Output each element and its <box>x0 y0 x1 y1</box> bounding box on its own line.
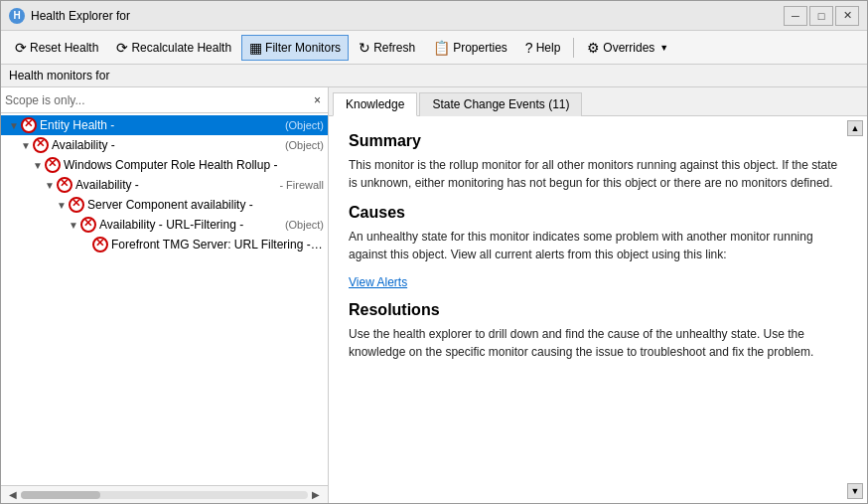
toolbar-separator <box>573 38 574 58</box>
help-button[interactable]: ? Help <box>517 35 568 61</box>
reset-health-icon: ⟳ <box>15 40 27 56</box>
title-bar-left: H Health Explorer for <box>9 8 130 24</box>
overrides-button[interactable]: ⚙ Overrides ▼ <box>579 35 676 61</box>
tree-right-availability-2: - Firewall <box>279 179 324 191</box>
tree-label-forefront: Forefront TMG Server: URL Filtering - Se… <box>111 238 324 252</box>
main-area: Scope is only... × ▼ Entity Health - (Ob… <box>1 87 867 503</box>
tree-item-entity-health[interactable]: ▼ Entity Health - (Object) <box>1 115 328 135</box>
reset-health-button[interactable]: ⟳ Reset Health <box>7 35 106 61</box>
scroll-right-arrow[interactable]: ▶ <box>308 489 324 500</box>
tree-right-availability-1: (Object) <box>285 139 324 151</box>
scrollbar-track[interactable] <box>21 491 308 499</box>
left-panel: Scope is only... × ▼ Entity Health - (Ob… <box>1 87 329 503</box>
recalculate-health-button[interactable]: ⟳ Recalculate Health <box>108 35 239 61</box>
maximize-button[interactable]: □ <box>809 6 833 26</box>
tab-state-change-events[interactable]: State Change Events (11) <box>419 92 582 116</box>
tree-toggle-2[interactable]: ▼ <box>33 160 45 171</box>
scroll-up-button[interactable]: ▲ <box>847 120 863 136</box>
reset-health-label: Reset Health <box>30 41 98 55</box>
tab-knowledge-label: Knowledge <box>346 97 404 111</box>
health-monitors-label: Health monitors for <box>1 65 867 87</box>
refresh-label: Refresh <box>373 41 415 55</box>
tree-label-availability-2: Availability - <box>75 178 275 192</box>
tab-state-change-label: State Change Events (11) <box>432 97 569 111</box>
tree-label-availability-url: Availability - URL-Filtering - <box>99 218 281 232</box>
tree-item-availability-1[interactable]: ▼ Availability - (Object) <box>1 135 328 155</box>
close-button[interactable]: ✕ <box>835 6 859 26</box>
tree-toggle-3[interactable]: ▼ <box>45 180 57 191</box>
tree-item-windows-computer[interactable]: ▼ Windows Computer Role Health Rollup - <box>1 155 328 175</box>
overrides-dropdown-icon: ▼ <box>659 43 668 53</box>
help-icon: ? <box>525 40 533 56</box>
properties-label: Properties <box>453 41 507 55</box>
content-area[interactable]: ▲ Summary This monitor is the rollup mon… <box>329 116 867 503</box>
scroll-down-button[interactable]: ▼ <box>847 483 863 499</box>
recalculate-icon: ⟳ <box>116 40 128 56</box>
error-icon-availability-1 <box>33 137 49 153</box>
tab-bar: Knowledge State Change Events (11) <box>329 87 867 116</box>
window-title: Health Explorer for <box>31 9 130 23</box>
tree-item-forefront[interactable]: Forefront TMG Server: URL Filtering - Se… <box>1 235 328 254</box>
view-alerts-link[interactable]: View Alerts <box>349 275 847 289</box>
error-icon-entity-health <box>21 117 37 133</box>
tree-item-availability-url[interactable]: ▼ Availability - URL-Filtering - (Object… <box>1 215 328 235</box>
summary-heading: Summary <box>349 132 847 150</box>
tree-toggle-0[interactable]: ▼ <box>9 120 21 131</box>
causes-text: An unhealthy state for this monitor indi… <box>349 228 847 263</box>
title-bar: H Health Explorer for ─ □ ✕ <box>1 1 867 31</box>
tree-label-windows-computer: Windows Computer Role Health Rollup - <box>64 158 324 172</box>
tab-knowledge[interactable]: Knowledge <box>333 92 417 116</box>
causes-heading: Causes <box>349 204 847 222</box>
resolutions-heading: Resolutions <box>349 301 847 319</box>
error-icon-windows-computer <box>45 157 61 173</box>
scope-text: Scope is only... <box>5 93 307 107</box>
overrides-label: Overrides <box>603 41 654 55</box>
scroll-left-arrow[interactable]: ◀ <box>5 489 21 500</box>
main-window: H Health Explorer for ─ □ ✕ ⟳ Reset Heal… <box>0 0 868 504</box>
refresh-button[interactable]: ↻ Refresh <box>351 35 423 61</box>
tree-right-availability-url: (Object) <box>285 219 324 231</box>
error-icon-availability-2 <box>57 177 72 193</box>
resolutions-text: Use the health explorer to drill down an… <box>349 325 847 361</box>
properties-icon: 📋 <box>433 40 450 56</box>
tree-label-availability-1: Availability - <box>52 138 281 152</box>
title-bar-controls: ─ □ ✕ <box>784 6 859 26</box>
summary-text: This monitor is the rollup monitor for a… <box>349 156 847 192</box>
overrides-icon: ⚙ <box>587 40 600 56</box>
scope-close-button[interactable]: × <box>311 93 324 107</box>
tree-label-server-component: Server Component availability - <box>87 198 324 212</box>
tree-toggle-4[interactable]: ▼ <box>57 200 69 211</box>
recalculate-health-label: Recalculate Health <box>131 41 231 55</box>
refresh-icon: ↻ <box>359 40 370 56</box>
minimize-button[interactable]: ─ <box>784 6 807 26</box>
help-label: Help <box>536 41 561 55</box>
error-icon-server-component <box>69 197 84 213</box>
tree-item-availability-2[interactable]: ▼ Availability - - Firewall <box>1 175 328 195</box>
tree-view[interactable]: ▼ Entity Health - (Object) ▼ Availabilit… <box>1 113 328 485</box>
tree-toggle-5[interactable]: ▼ <box>69 220 80 231</box>
filter-monitors-label: Filter Monitors <box>265 41 341 55</box>
app-icon: H <box>9 8 25 24</box>
tree-right-entity-health: (Object) <box>285 119 324 131</box>
properties-button[interactable]: 📋 Properties <box>425 35 515 61</box>
toolbar: ⟳ Reset Health ⟳ Recalculate Health ▦ Fi… <box>1 31 867 65</box>
tree-item-server-component[interactable]: ▼ Server Component availability - <box>1 195 328 215</box>
filter-monitors-icon: ▦ <box>249 40 262 56</box>
filter-monitors-button[interactable]: ▦ Filter Monitors <box>241 35 349 61</box>
scrollbar-thumb[interactable] <box>21 491 100 499</box>
tree-label-entity-health: Entity Health - <box>40 118 281 132</box>
error-icon-forefront <box>92 237 108 252</box>
right-panel: Knowledge State Change Events (11) ▲ Sum… <box>329 87 867 503</box>
left-scrollbar: ◀ ▶ <box>1 485 328 503</box>
scope-bar: Scope is only... × <box>1 87 328 113</box>
tree-toggle-1[interactable]: ▼ <box>21 140 33 151</box>
error-icon-availability-url <box>80 217 96 233</box>
